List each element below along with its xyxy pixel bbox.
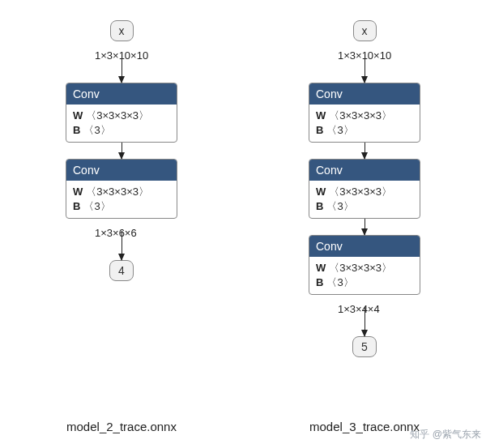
- diagram-wrap: x 1×3×10×10 Conv W〈3×3×3×3〉 B〈3〉 Conv W〈…: [0, 0, 486, 357]
- arrow-down-icon: [364, 219, 365, 235]
- output-label: 4: [118, 264, 125, 277]
- graph-left: x 1×3×10×10 Conv W〈3×3×3×3〉 B〈3〉 Conv W〈…: [66, 20, 177, 357]
- input-node: x: [110, 20, 134, 41]
- op-header: Conv: [309, 83, 420, 105]
- conv-op: Conv W〈3×3×3×3〉 B〈3〉: [309, 159, 420, 219]
- op-body: W〈3×3×3×3〉 B〈3〉: [309, 257, 420, 294]
- op-header: Conv: [66, 83, 177, 105]
- watermark: 知乎 @紫气东来: [410, 428, 481, 442]
- param-row: B〈3〉: [316, 199, 413, 214]
- output-label: 5: [361, 340, 368, 353]
- conv-op: Conv W〈3×3×3×3〉 B〈3〉: [66, 159, 177, 219]
- op-header: Conv: [309, 160, 420, 181]
- arrow-down-icon: [364, 53, 365, 83]
- op-body: W〈3×3×3×3〉 B〈3〉: [66, 181, 177, 218]
- conv-op: Conv W〈3×3×3×3〉 B〈3〉: [309, 235, 420, 295]
- input-label: x: [119, 24, 125, 37]
- param-row: W〈3×3×3×3〉: [73, 185, 170, 199]
- edge-label: 1×3×10×10: [309, 41, 391, 62]
- arrow-down-icon: [364, 143, 365, 159]
- conv-op: Conv W〈3×3×3×3〉 B〈3〉: [66, 83, 177, 143]
- arrow-down-icon: [122, 143, 122, 159]
- caption-left: model_2_trace.onnx: [66, 420, 177, 433]
- param-row: W〈3×3×3×3〉: [316, 185, 413, 199]
- arrow-down-icon: [122, 231, 122, 260]
- op-header: Conv: [66, 160, 177, 181]
- op-header: Conv: [309, 236, 420, 257]
- param-row: W〈3×3×3×3〉: [73, 109, 170, 123]
- graph-right: x 1×3×10×10 Conv W〈3×3×3×3〉 B〈3〉 Conv W〈…: [309, 20, 420, 357]
- edge-label: 1×3×4×4: [309, 295, 380, 315]
- arrow-down-icon: [364, 307, 365, 336]
- param-row: B〈3〉: [73, 123, 170, 138]
- output-node: 4: [109, 260, 134, 281]
- edge-label: 1×3×6×6: [66, 219, 137, 239]
- arrow-down-icon: [122, 53, 122, 83]
- output-node: 5: [352, 336, 377, 357]
- edge-label: 1×3×10×10: [66, 41, 148, 62]
- param-row: B〈3〉: [73, 199, 170, 214]
- param-row: B〈3〉: [316, 275, 413, 290]
- op-body: W〈3×3×3×3〉 B〈3〉: [309, 105, 420, 142]
- op-body: W〈3×3×3×3〉 B〈3〉: [66, 105, 177, 142]
- param-row: W〈3×3×3×3〉: [316, 109, 413, 123]
- param-row: B〈3〉: [316, 123, 413, 138]
- input-node: x: [353, 20, 377, 41]
- caption-right: model_3_trace.onnx: [309, 420, 420, 433]
- input-label: x: [362, 24, 368, 37]
- param-row: W〈3×3×3×3〉: [316, 261, 413, 275]
- conv-op: Conv W〈3×3×3×3〉 B〈3〉: [309, 83, 420, 143]
- op-body: W〈3×3×3×3〉 B〈3〉: [309, 181, 420, 218]
